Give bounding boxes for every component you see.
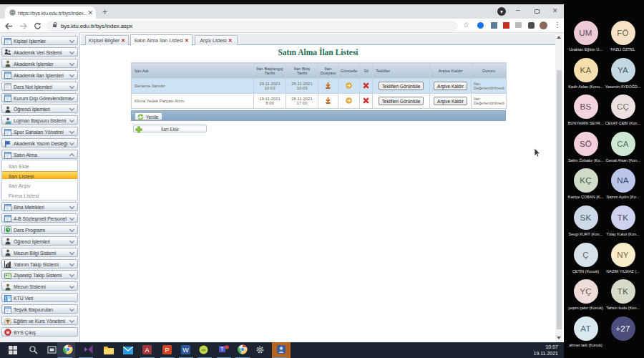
svg-text:P: P — [165, 347, 169, 354]
svg-text:T: T — [220, 347, 224, 352]
svg-text:W: W — [182, 347, 189, 354]
svg-text:A: A — [145, 347, 149, 354]
